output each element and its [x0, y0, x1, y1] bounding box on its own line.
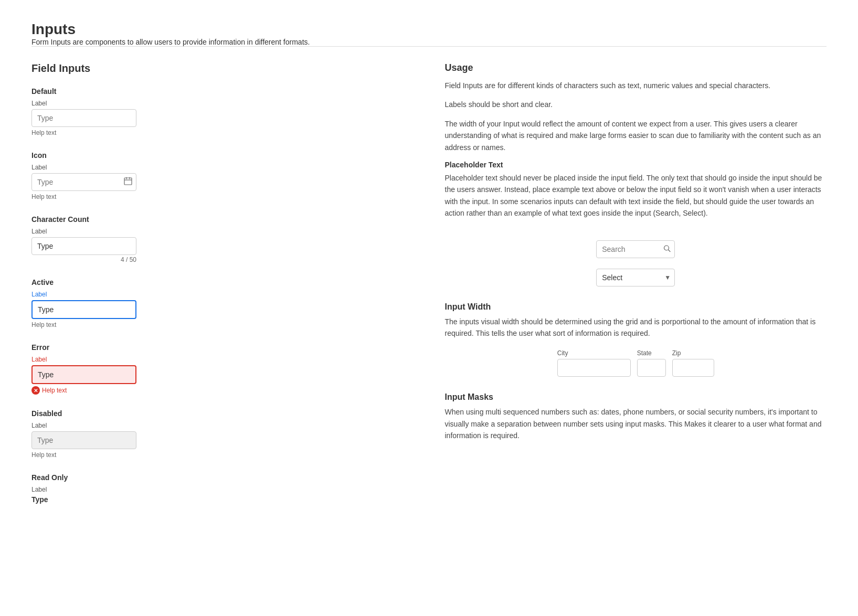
- input-width-title: Input Width: [445, 302, 827, 312]
- search-icon: [663, 245, 671, 253]
- search-select-area: Select Option 1 Option 2 ▼: [445, 230, 827, 286]
- label-error: Label: [31, 356, 414, 363]
- help-default: Help text: [31, 129, 414, 136]
- field-group-active: Active Label Help text: [31, 278, 414, 328]
- input-active[interactable]: [31, 300, 136, 319]
- city-input[interactable]: [557, 359, 631, 377]
- group-title-readonly: Read Only: [31, 473, 414, 482]
- label-readonly: Label: [31, 486, 414, 493]
- input-default[interactable]: [31, 109, 136, 127]
- field-group-error: Error Label ✕ Help text: [31, 343, 414, 395]
- page-title: Inputs: [31, 21, 827, 38]
- help-error: ✕ Help text: [31, 386, 414, 395]
- field-group-icon: Icon Label Help text: [31, 151, 414, 200]
- svg-rect-0: [124, 178, 132, 185]
- help-icon: Help text: [31, 193, 414, 200]
- svg-line-5: [669, 250, 671, 252]
- city-label: City: [557, 349, 631, 357]
- label-active: Label: [31, 291, 414, 298]
- label-char-count: Label: [31, 228, 414, 235]
- input-error[interactable]: [31, 365, 136, 384]
- group-title-icon: Icon: [31, 151, 414, 160]
- state-input[interactable]: [637, 359, 666, 377]
- input-disabled: [31, 431, 136, 449]
- input-masks-section: Input Masks When using multi sequenced n…: [445, 392, 827, 441]
- field-inputs-title: Field Inputs: [31, 62, 414, 75]
- field-group-default: Default Label Help text: [31, 87, 414, 136]
- usage-para-1: Field Inputs are for different kinds of …: [445, 80, 827, 91]
- group-title-error: Error: [31, 343, 414, 352]
- char-count-display: 4 / 50: [31, 256, 136, 263]
- page-subtitle: Form Inputs are components to allow user…: [31, 38, 827, 46]
- placeholder-text-body: Placeholder text should never be placed …: [445, 172, 827, 219]
- usage-para-3: The width of your Input would reflect th…: [445, 118, 827, 153]
- input-width-section: Input Width The inputs visual width shou…: [445, 302, 827, 339]
- state-label: State: [637, 349, 666, 357]
- readonly-value: Type: [31, 495, 414, 504]
- input-masks-body: When using multi sequenced numbers such …: [445, 406, 827, 441]
- zip-label: Zip: [672, 349, 714, 357]
- usage-para-2: Labels should be short and clear.: [445, 99, 827, 110]
- usage-title: Usage: [445, 62, 827, 73]
- field-group-char-count: Character Count Label 4 / 50: [31, 215, 414, 263]
- address-row: City State Zip: [445, 349, 827, 377]
- help-disabled: Help text: [31, 451, 414, 459]
- right-column: Usage Field Inputs are for different kin…: [445, 62, 827, 518]
- error-icon: ✕: [31, 386, 40, 395]
- zip-field: Zip: [672, 349, 714, 377]
- city-field: City: [557, 349, 631, 377]
- select-wrapper: Select Option 1 Option 2 ▼: [596, 269, 675, 286]
- select-input[interactable]: Select Option 1 Option 2: [596, 269, 675, 286]
- usage-section: Usage Field Inputs are for different kin…: [445, 62, 827, 219]
- search-wrapper: [596, 240, 675, 258]
- placeholder-text-subtitle: Placeholder Text: [445, 161, 827, 169]
- state-field: State: [637, 349, 666, 377]
- label-default: Label: [31, 100, 414, 107]
- calendar-icon: [124, 177, 132, 187]
- header-divider: [31, 46, 827, 47]
- label-icon: Label: [31, 164, 414, 171]
- group-title-active: Active: [31, 278, 414, 286]
- input-icon-wrapper: [31, 173, 136, 191]
- field-group-disabled: Disabled Label Help text: [31, 409, 414, 459]
- input-char-count[interactable]: [31, 237, 136, 255]
- main-layout: Field Inputs Default Label Help text Ico…: [31, 62, 827, 518]
- group-title-char-count: Character Count: [31, 215, 414, 224]
- input-icon[interactable]: [31, 173, 136, 191]
- input-width-body: The inputs visual width should be determ…: [445, 316, 827, 339]
- field-group-readonly: Read Only Label Type: [31, 473, 414, 504]
- group-title-default: Default: [31, 87, 414, 95]
- zip-input[interactable]: [672, 359, 714, 377]
- label-disabled: Label: [31, 422, 414, 429]
- input-masks-title: Input Masks: [445, 392, 827, 402]
- left-column: Field Inputs Default Label Help text Ico…: [31, 62, 414, 518]
- help-active: Help text: [31, 321, 414, 328]
- group-title-disabled: Disabled: [31, 409, 414, 418]
